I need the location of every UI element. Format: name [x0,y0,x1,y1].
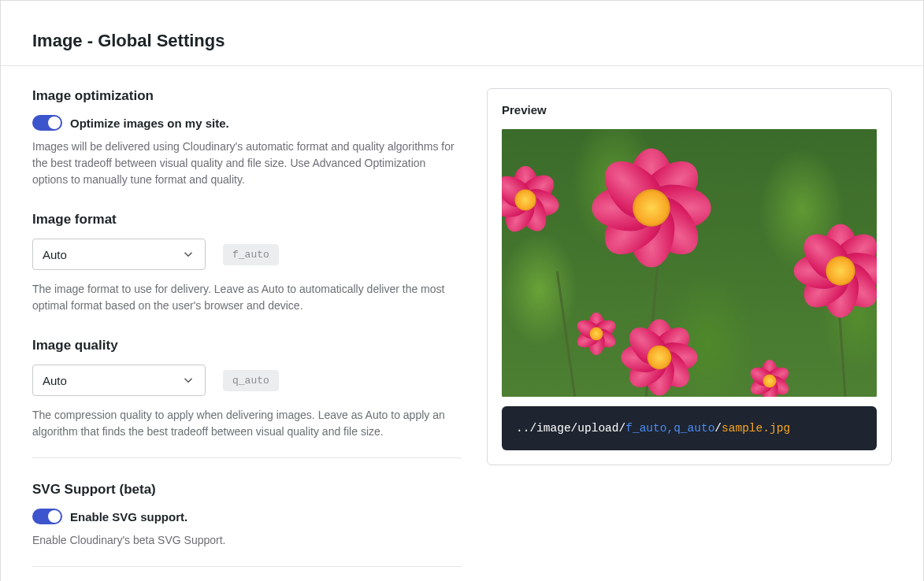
url-file: sample.jpg [722,422,790,435]
chevron-down-icon [181,373,195,387]
tag-format: f_auto [223,244,279,265]
url-params: f_auto,q_auto [625,422,714,435]
desc-svg: Enable Cloudinary's beta SVG Support. [32,532,462,549]
tag-quality: q_auto [223,370,279,391]
toggle-svg-support[interactable] [32,509,62,524]
select-value-quality: Auto [43,374,67,387]
desc-quality: The compression quality to apply when de… [32,407,462,440]
select-value-format: Auto [43,248,67,261]
preview-image [502,129,877,397]
desc-optimization: Images will be delivered using Cloudinar… [32,139,462,188]
preview-panel: Preview [487,88,892,465]
divider [32,457,462,458]
page-title: Image - Global Settings [32,31,892,51]
desc-format: The image format to use for delivery. Le… [32,281,462,314]
url-sep: / [714,422,722,435]
preview-title: Preview [502,103,877,117]
section-title-optimization: Image optimization [32,88,462,104]
section-title-svg: SVG Support (beta) [32,482,462,498]
url-prefix: ../image/upload/ [516,422,625,435]
select-image-format[interactable]: Auto [32,239,206,270]
divider [32,566,462,567]
section-title-quality: Image quality [32,338,462,353]
toggle-label-svg: Enable SVG support. [70,510,187,524]
section-title-format: Image format [32,212,462,228]
select-image-quality[interactable]: Auto [32,365,206,396]
chevron-down-icon [181,247,195,261]
preview-url: ../image/upload/f_auto,q_auto/sample.jpg [502,406,877,450]
toggle-optimize-images[interactable] [32,115,62,131]
toggle-label-optimize: Optimize images on my site. [70,117,229,130]
